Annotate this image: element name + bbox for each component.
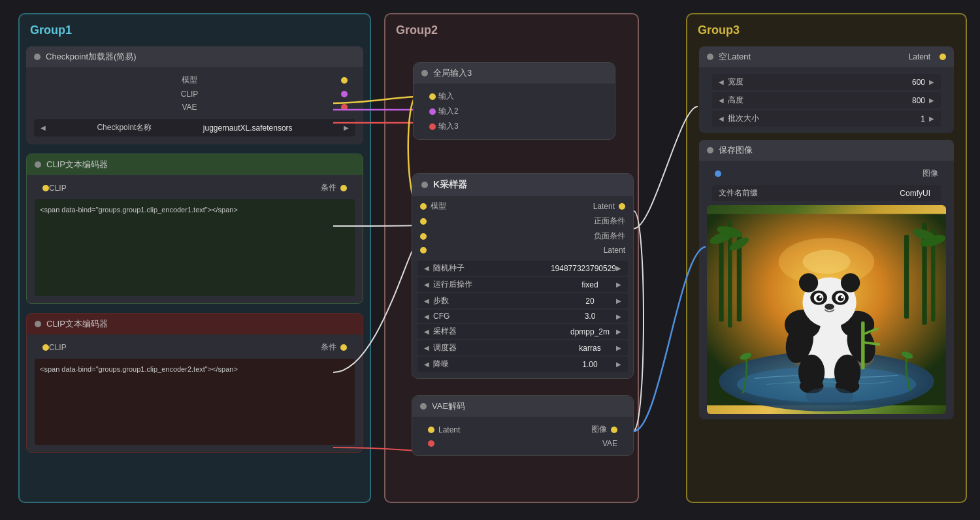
group3-title: Group3 [694,21,959,40]
denoise-prev[interactable]: ◀ [424,361,429,368]
vae-decode-body: Latent 图像 VAE [412,417,633,455]
checkpoint-prev-btn[interactable]: ◀ [41,124,46,131]
batch-prev[interactable]: ◀ [719,115,724,122]
denoise-value: 1.00 [564,360,616,369]
latent-out-label: Latent [909,52,930,61]
svg-point-31 [799,273,818,292]
save-image-body: 图像 文件名前缀 ComfyUI [699,161,954,419]
latent-header: 空Latent Latent [699,46,954,67]
denoise-next[interactable]: ▶ [616,361,621,368]
clip-encoder2-header: CLIP文本编码器 [27,314,363,334]
checkpoint-header: Checkpoint加载器(简易) [26,46,363,67]
global-input-header: 全局输入3 [414,63,615,84]
vae-decode-header: VAE解码 [412,396,633,417]
clip-encoder2-condition-label: 条件 [321,342,336,353]
input2-dot [429,108,436,115]
clip-encoder2-node: CLIP文本编码器 CLIP 条件 <span data-bind="group… [26,313,363,453]
vae-decode-image-label: 图像 [591,424,607,435]
k-sampler-node: K采样器 模型 Latent 正面条件 负面条件 Latent [412,173,634,379]
cfg-label: CFG [429,312,564,321]
svg-point-28 [819,296,822,299]
checkpoint-select[interactable]: ◀ Checkpoint名称 juggernautXL.safetensors … [34,119,355,137]
clip-encoder1-status-dot [35,161,41,168]
vae-out-dot [341,104,348,110]
sampler-value: dpmpp_2m [564,327,616,336]
checkpoint-title: Checkpoint加载器(简易) [46,51,137,63]
canvas: Group1 Checkpoint加载器(简易) 模型 CLIP [0,0,980,520]
svg-point-13 [802,250,850,274]
clip-encoder1-condition-label: 条件 [321,182,336,193]
clip-encoder1-condition-dot [340,185,347,191]
filename-label: 文件名前缀 [719,187,900,199]
clip-encoder2-ports: CLIP 条件 [35,340,355,355]
batch-next[interactable]: ▶ [929,115,934,122]
checkpoint-next-btn[interactable]: ▶ [344,124,349,131]
seed-next[interactable]: ▶ [616,265,621,272]
checkpoint-body: 模型 CLIP VAE ◀ Chec [26,67,363,144]
clip-encoder2-title: CLIP文本编码器 [46,318,108,330]
group3: Group3 空Latent Latent ◀ 宽度 600 ▶ ◀ 高度 [686,13,967,503]
model-out-dot [341,77,348,84]
scheduler-label: 调度器 [429,342,564,353]
clip-encoder2-text[interactable]: <span data-bind="groups.group1.clip_enco… [35,359,355,445]
after-run-prev[interactable]: ◀ [424,281,429,288]
save-image-title: 保存图像 [719,144,753,156]
input2-port: 输入2 [421,104,607,119]
batch-value: 1 [921,114,925,123]
clip-encoder1-text[interactable]: <span data-bind="groups.group1.clip_enco… [35,199,355,296]
model-port-row: 模型 [34,73,355,88]
clip-encoder1-clip-label: CLIP [49,184,67,193]
sampler-param: ◀ 采样器 dpmpp_2m ▶ [417,324,628,339]
seed-value: 194877323790529 [551,264,616,273]
width-value: 600 [912,78,925,87]
svg-point-32 [841,273,860,292]
steps-label: 步数 [429,295,564,306]
scheduler-param: ◀ 调度器 karras ▶ [417,340,628,355]
input1-port: 输入 [421,89,607,104]
batch-row: ◀ 批次大小 1 ▶ [712,110,941,127]
clip-encoder2-clip-label: CLIP [49,343,67,352]
seed-param: ◀ 随机种子 194877323790529 ▶ [417,261,628,276]
denoise-label: 降噪 [429,359,564,370]
vae-decode-status-dot [420,403,427,410]
svg-point-40 [806,387,853,405]
scheduler-value: karras [564,344,616,353]
height-prev[interactable]: ◀ [719,97,724,104]
cfg-next[interactable]: ▶ [616,313,621,320]
clip-port-row: CLIP [34,88,355,101]
input2-label: 输入2 [436,106,599,117]
cfg-prev[interactable]: ◀ [424,313,429,320]
after-run-param: ◀ 运行后操作 fixed ▶ [417,277,628,292]
latent-title: 空Latent [719,51,751,63]
checkpoint-status-dot [34,54,41,60]
scheduler-prev[interactable]: ◀ [424,344,429,351]
vae-decode-title: VAE解码 [432,400,465,412]
model-port-label: 模型 [182,74,197,86]
sampler-next[interactable]: ▶ [616,328,621,335]
checkpoint-select-value: juggernautXL.safetensors [203,123,293,133]
clip-encoder2-body: CLIP 条件 <span data-bind="groups.group1.c… [27,334,363,452]
k-latent-out-label: Latent [593,202,615,211]
latent-in-port: Latent [412,244,633,257]
svg-point-27 [838,295,843,301]
height-value: 800 [912,96,925,105]
sampler-prev[interactable]: ◀ [424,328,429,335]
width-next[interactable]: ▶ [929,78,934,86]
k-latent-out-dot [619,203,625,210]
clip-encoder1-title: CLIP文本编码器 [46,159,108,171]
steps-prev[interactable]: ◀ [424,297,429,304]
k-negative-dot [420,233,427,240]
scheduler-next[interactable]: ▶ [616,344,621,351]
steps-next[interactable]: ▶ [616,297,621,304]
height-next[interactable]: ▶ [929,97,934,104]
checkpoint-select-label: Checkpoint名称 [97,122,152,133]
input3-dot [429,123,436,130]
seed-prev[interactable]: ◀ [424,265,429,272]
vae-decode-latent-dot [428,427,434,433]
width-prev[interactable]: ◀ [719,78,724,86]
steps-param: ◀ 步数 20 ▶ [417,293,628,308]
clip-encoder2-clip-dot [42,344,49,351]
after-run-next[interactable]: ▶ [616,281,621,288]
k-sampler-ports: 模型 Latent 正面条件 负面条件 Latent [412,196,633,259]
svg-point-26 [816,295,822,301]
